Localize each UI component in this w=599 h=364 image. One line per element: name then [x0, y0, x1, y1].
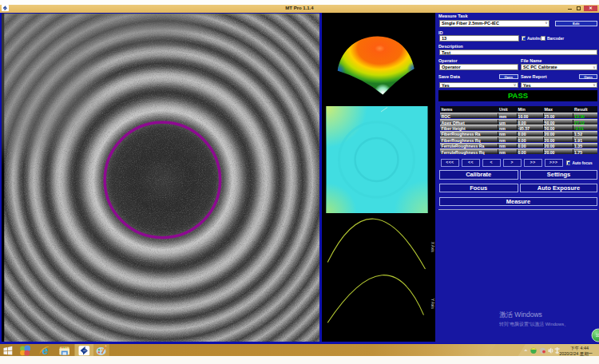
svg-text:e: e	[42, 344, 49, 357]
svg-text:10: 10	[596, 334, 599, 338]
svg-text:2020/2/24 星期一: 2020/2/24 星期一	[559, 351, 593, 356]
svg-text:X Axis: X Axis	[430, 242, 434, 252]
svg-text:下午 4:44: 下午 4:44	[570, 345, 589, 350]
svg-text:Y Axis: Y Axis	[430, 299, 434, 309]
